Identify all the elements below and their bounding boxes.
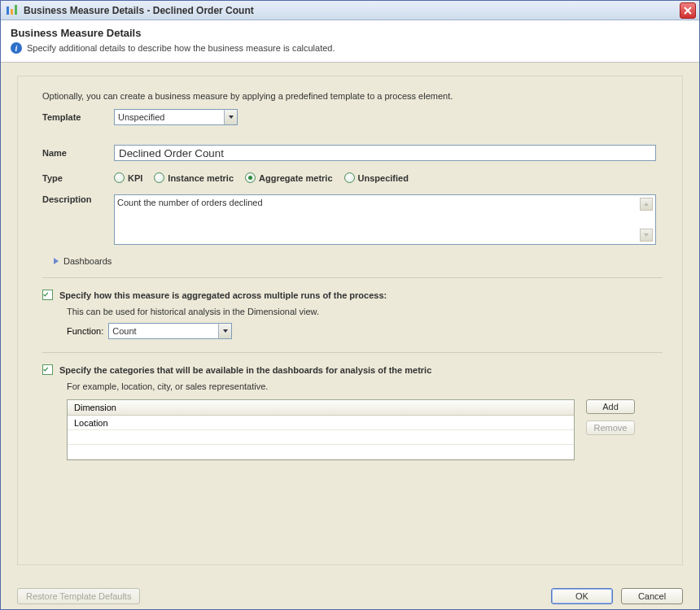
aggregate-desc: This can be used for historical analysis… — [67, 307, 663, 316]
table-row[interactable] — [68, 430, 574, 445]
separator — [42, 352, 663, 353]
aggregate-checkbox[interactable] — [42, 290, 53, 300]
template-row: Template Unspecified — [42, 109, 663, 125]
categories-subblock: For example, location, city, or sales re… — [67, 381, 663, 391]
aggregate-check-label: Specify how this measure is aggregated a… — [59, 290, 387, 300]
close-button[interactable] — [680, 2, 696, 19]
categories-checkbox[interactable] — [42, 364, 53, 375]
chevron-down-icon[interactable] — [218, 324, 231, 338]
radio-kpi-label: KPI — [128, 173, 142, 183]
radio-icon — [344, 172, 355, 183]
scroll-down-icon[interactable] — [640, 229, 653, 242]
dimension-header: Dimension — [68, 400, 574, 416]
window-title: Business Measure Details - Declined Orde… — [24, 5, 680, 16]
categories-desc: For example, location, city, or sales re… — [67, 381, 663, 391]
radio-kpi[interactable]: KPI — [114, 172, 142, 183]
template-value: Unspecified — [118, 112, 224, 122]
svg-rect-0 — [7, 7, 9, 15]
categories-check-label: Specify the categories that will be avai… — [59, 365, 431, 375]
function-value: Count — [112, 326, 218, 336]
radio-aggregate-label: Aggregate metric — [259, 173, 332, 183]
description-value: Count the number of orders declined — [117, 198, 640, 242]
name-row: Name — [42, 145, 663, 161]
scrollbar — [640, 198, 653, 242]
add-button[interactable]: Add — [586, 399, 635, 414]
type-label: Type — [42, 173, 114, 183]
header-panel: Business Measure Details i Specify addit… — [1, 20, 699, 63]
aggregate-check-row: Specify how this measure is aggregated a… — [42, 290, 663, 300]
svg-rect-1 — [11, 9, 13, 15]
intro-text: Optionally, you can create a business me… — [42, 91, 663, 101]
title-bar: Business Measure Details - Declined Orde… — [1, 1, 699, 20]
app-icon — [6, 4, 19, 17]
page-subtitle-row: i Specify additional details to describe… — [11, 42, 689, 54]
function-combo[interactable]: Count — [108, 323, 232, 339]
type-row: Type KPI Instance metric Aggregate metri… — [42, 172, 663, 183]
name-input[interactable] — [114, 145, 656, 161]
page-title: Business Measure Details — [11, 27, 689, 39]
scroll-up-icon[interactable] — [640, 198, 653, 211]
dimension-table[interactable]: Dimension Location — [67, 399, 575, 460]
template-combo[interactable]: Unspecified — [114, 109, 238, 125]
ok-button[interactable]: OK — [551, 588, 613, 604]
dashboards-label: Dashboards — [63, 256, 112, 266]
radio-aggregate[interactable]: Aggregate metric — [245, 172, 332, 183]
right-button-group: OK Cancel — [551, 588, 683, 604]
function-row: Function: Count — [67, 323, 663, 339]
description-row: Description Count the number of orders d… — [42, 194, 663, 245]
description-textarea[interactable]: Count the number of orders declined — [114, 194, 656, 245]
radio-icon — [245, 172, 256, 183]
separator — [42, 277, 663, 278]
dimension-table-wrap: Dimension Location Add Remove — [67, 399, 663, 460]
categories-check-row: Specify the categories that will be avai… — [42, 364, 663, 375]
table-row[interactable]: Location — [68, 416, 574, 430]
chevron-down-icon[interactable] — [224, 110, 237, 124]
aggregate-subblock: This can be used for historical analysis… — [67, 307, 663, 339]
page-subtitle: Specify additional details to describe h… — [27, 43, 335, 53]
radio-unspecified[interactable]: Unspecified — [344, 172, 409, 183]
radio-instance-label: Instance metric — [168, 173, 234, 183]
cancel-button[interactable]: Cancel — [621, 588, 683, 604]
remove-button: Remove — [586, 420, 635, 435]
svg-rect-2 — [15, 5, 17, 15]
info-icon: i — [11, 42, 22, 54]
radio-unspecified-label: Unspecified — [358, 173, 409, 183]
table-row[interactable] — [68, 445, 574, 460]
triangle-right-icon — [54, 258, 59, 264]
bottom-bar: Restore Template Defaults OK Cancel — [17, 588, 683, 604]
radio-icon — [154, 172, 164, 183]
type-radio-group: KPI Instance metric Aggregate metric Uns… — [114, 172, 409, 183]
dashboards-expander[interactable]: Dashboards — [54, 256, 663, 266]
function-label: Function: — [67, 326, 103, 336]
content-area: Optionally, you can create a business me… — [1, 63, 699, 610]
template-label: Template — [42, 112, 114, 122]
radio-instance[interactable]: Instance metric — [154, 172, 234, 183]
table-button-group: Add Remove — [586, 399, 635, 435]
description-label: Description — [42, 194, 114, 204]
form-panel: Optionally, you can create a business me… — [17, 76, 683, 565]
name-label: Name — [42, 148, 114, 158]
radio-icon — [114, 172, 125, 183]
restore-defaults-button: Restore Template Defaults — [17, 588, 140, 604]
